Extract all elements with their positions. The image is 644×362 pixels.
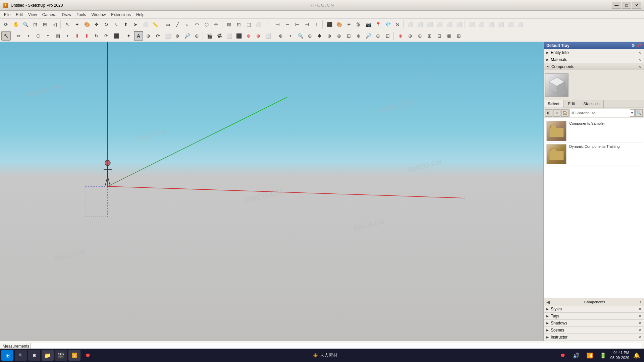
toolbar-followme[interactable]: ➤ — [131, 20, 140, 29]
entity-info-close[interactable]: ✕ — [638, 51, 641, 55]
toolbar-extra2[interactable]: ⬜ — [477, 20, 486, 29]
entity-info-header[interactable]: ▶ Entity Info ✕ — [544, 49, 644, 56]
comp-search-input[interactable] — [570, 109, 630, 117]
tray-pin-icon[interactable]: 📌 — [636, 43, 641, 48]
components-header[interactable]: ▼ Components ✕ — [544, 63, 644, 70]
toolbar-inspect6[interactable]: ⊡ — [344, 31, 354, 41]
tags-close[interactable]: ✕ — [638, 314, 641, 318]
toolbar-pan[interactable]: ✋ — [11, 20, 20, 29]
components-close[interactable]: ✕ — [638, 65, 641, 69]
taskbar-explorer-btn[interactable]: 📁 — [42, 350, 54, 361]
comp-search-dd[interactable]: ▼ — [630, 111, 634, 115]
toolbar-polygon[interactable]: ⬡ — [202, 20, 211, 29]
toolbar-refresh[interactable]: ⟳ — [102, 31, 111, 41]
toolbar-leader[interactable]: ⊕ — [144, 31, 153, 41]
toolbar-dyn1[interactable]: ⊕ — [396, 31, 405, 41]
toolbar-geo-location[interactable]: 📍 — [373, 20, 383, 29]
taskbar-taskview-btn[interactable]: ⊞ — [28, 350, 40, 361]
menu-camera[interactable]: Camera — [40, 12, 59, 18]
toolbar-dyn6[interactable]: ⊠ — [444, 31, 454, 41]
toolbar-shadows[interactable]: ☀ — [344, 20, 354, 29]
toolbar-slide3[interactable]: ⊛ — [244, 31, 253, 41]
taskbar-ppt-btn[interactable]: 🎬 — [55, 350, 67, 361]
menu-tools[interactable]: Tools — [74, 12, 89, 18]
taskbar-network-btn[interactable]: 📶 — [584, 350, 596, 361]
toolbar-right[interactable]: ⊢ — [283, 20, 292, 29]
comp-item-dynamic[interactable]: Dynamic Components Training — [545, 143, 643, 166]
maximize-button[interactable]: □ — [622, 2, 631, 9]
toolbar-dyn3[interactable]: ⊕ — [415, 31, 425, 41]
toolbar-back[interactable]: ⊢ — [292, 20, 302, 29]
shadows-close[interactable]: ✕ — [638, 321, 641, 325]
toolbar-bottom[interactable]: ⊥ — [312, 20, 321, 29]
toolbar-freehand[interactable]: ✏ — [212, 20, 221, 29]
materials-close[interactable]: ✕ — [638, 58, 641, 62]
toolbar-film2[interactable]: 📽 — [215, 31, 224, 41]
toolbar-inspect7[interactable]: ⊕ — [354, 31, 363, 41]
toolbar-fog[interactable]: 🌫 — [354, 20, 363, 29]
toolbar-zoom-window[interactable]: ⊡ — [31, 20, 40, 29]
comp-item-sampler[interactable]: Components Sampler — [545, 120, 643, 143]
shadows-header[interactable]: ▶ Shadows ✕ — [544, 320, 644, 326]
toolbar-inspect[interactable]: 🔍 — [296, 31, 305, 41]
comp-tab-select[interactable]: Select — [544, 100, 564, 108]
toolbar-pencil[interactable]: ✏ — [14, 31, 23, 41]
comp-pin-btn[interactable]: ↕ — [639, 300, 641, 304]
toolbar-extra6[interactable]: ⬜ — [516, 20, 525, 29]
toolbar-box[interactable]: ⬛ — [111, 31, 121, 41]
taskbar-sketchup-btn[interactable]: S — [68, 350, 80, 361]
taskbar-record2-btn[interactable]: ⏺ — [557, 350, 569, 361]
toolbar-prev-view[interactable]: ◁ — [50, 20, 59, 29]
minimize-button[interactable]: — — [612, 2, 621, 9]
taskbar-record-btn[interactable]: ⏺ — [82, 350, 94, 361]
comp-tab-edit[interactable]: Edit — [564, 100, 579, 108]
comp-search-btn[interactable]: 🔍 — [635, 109, 643, 117]
canvas-area[interactable]: RRCG.CN RRCG.CN RRCG.CN RRCG.CN RRCG.CN … — [0, 42, 543, 341]
materials-header[interactable]: ▶ Materials ✕ — [544, 56, 644, 63]
toolbar-inspect4[interactable]: ⊕ — [325, 31, 334, 41]
menu-extensions[interactable]: Extensions — [108, 12, 133, 18]
toolbar-top[interactable]: ⊤ — [263, 20, 273, 29]
toolbar-eraser2[interactable]: ⬡ — [34, 31, 43, 41]
toolbar-paint[interactable]: 🎨 — [82, 20, 92, 29]
comp-grid-view-btn[interactable]: ⊞ — [545, 109, 552, 117]
toolbar-orbit[interactable]: ⟳ — [1, 20, 11, 29]
toolbar-ruby[interactable]: 💎 — [383, 20, 392, 29]
toolbar-rotate[interactable]: ↻ — [102, 20, 111, 29]
toolbar-loupe[interactable]: 🔎 — [182, 31, 192, 41]
comp-tab-statistics[interactable]: Statistics — [579, 100, 604, 108]
toolbar-sketchup[interactable]: S — [393, 20, 402, 29]
toolbar-dyn4[interactable]: ⊞ — [425, 31, 434, 41]
toolbar-mag[interactable]: ⊛ — [276, 31, 285, 41]
toolbar-mag-dd[interactable]: ▼ — [286, 31, 295, 41]
scenes-header[interactable]: ▶ Scenes ✕ — [544, 327, 644, 334]
tray-settings-icon[interactable]: ⚙ — [631, 43, 635, 48]
comp-detail-view-btn[interactable]: ≡ — [553, 109, 560, 117]
toolbar-inspect10[interactable]: ⊡ — [383, 31, 392, 41]
toolbar-inspect5[interactable]: ⊛ — [334, 31, 344, 41]
toolbar-zoom[interactable]: 🔍 — [21, 20, 30, 29]
taskbar-notification-btn[interactable]: 🔔 — [631, 350, 643, 361]
toolbar-pencil-dd[interactable]: ▼ — [24, 31, 33, 41]
toolbar-sandbox2[interactable]: ⬜ — [415, 20, 425, 29]
toolbar-inspect3[interactable]: ✱ — [315, 31, 324, 41]
toolbar-section-plane[interactable]: ⊠ — [224, 20, 234, 29]
menu-help[interactable]: Help — [133, 12, 147, 18]
toolbar-components[interactable]: ⬛ — [325, 20, 334, 29]
styles-header[interactable]: ▶ Styles ✕ — [544, 306, 644, 312]
comp-home-btn[interactable]: 🏠 — [561, 109, 569, 117]
toolbar-material2-dd[interactable]: ▼ — [63, 31, 72, 41]
toolbar-slide[interactable]: ⬜ — [224, 31, 234, 41]
toolbar-red-arrow[interactable]: ⬆ — [72, 31, 82, 41]
toolbar-materials[interactable]: 🎨 — [334, 20, 344, 29]
comp-back-btn[interactable]: ◀ — [546, 299, 550, 305]
toolbar-inspect9[interactable]: ⊕ — [373, 31, 383, 41]
toolbar-film[interactable]: 🎬 — [205, 31, 214, 41]
taskbar-search-btn[interactable]: 🔍 — [15, 350, 27, 361]
toolbar-section-cut[interactable]: ⊡ — [234, 20, 244, 29]
taskbar-volume-btn[interactable]: 🔊 — [570, 350, 582, 361]
toolbar-pushpull[interactable]: ⬆ — [121, 20, 130, 29]
toolbar-extra5[interactable]: ⬜ — [506, 20, 515, 29]
toolbar-extra4[interactable]: ⬜ — [496, 20, 505, 29]
tags-header[interactable]: ▶ Tags ✕ — [544, 313, 644, 319]
